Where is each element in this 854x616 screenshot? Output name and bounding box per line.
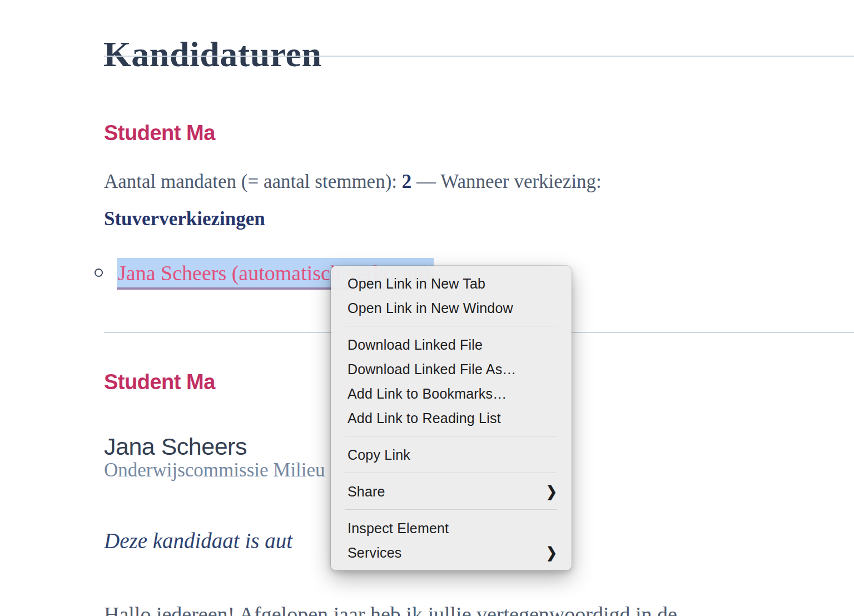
menu-separator xyxy=(345,326,557,326)
menu-item-label: Open Link in New Tab xyxy=(347,276,485,292)
section2-heading: Student Ma xyxy=(104,370,215,394)
section1-heading: Student Ma xyxy=(104,121,215,145)
menu-separator xyxy=(345,509,557,510)
list-bullet-icon xyxy=(95,269,103,277)
menu-item-services[interactable]: Services ❯ xyxy=(331,540,572,565)
menu-item-share[interactable]: Share ❯ xyxy=(331,479,572,504)
menu-item-label: Share xyxy=(347,484,385,500)
menu-item-label: Copy Link xyxy=(347,447,410,463)
menu-item-open-link-new-tab[interactable]: Open Link in New Tab xyxy=(331,271,572,296)
election-name: Stuververkiezingen xyxy=(104,208,265,230)
candidate-italic-note: Deze kandidaat is aut xyxy=(104,528,292,553)
menu-item-copy-link[interactable]: Copy Link xyxy=(331,443,572,467)
menu-item-label: Add Link to Bookmarks… xyxy=(347,386,507,402)
chevron-right-icon: ❯ xyxy=(546,544,557,562)
menu-item-label: Inspect Element xyxy=(347,520,449,536)
menu-item-download-linked-file[interactable]: Download Linked File xyxy=(331,332,572,357)
mandates-text-mid: — Wanneer verkiezing: xyxy=(411,171,602,192)
menu-item-open-link-new-window[interactable]: Open Link in New Window xyxy=(331,296,572,320)
title-divider xyxy=(104,56,854,57)
menu-item-label: Download Linked File xyxy=(347,337,483,353)
menu-item-inspect-element[interactable]: Inspect Element xyxy=(331,516,572,540)
mandates-text-pre: Aantal mandaten (= aantal stemmen): xyxy=(104,171,402,192)
menu-item-label: Add Link to Reading List xyxy=(347,410,501,426)
mandates-paragraph: Aantal mandaten (= aantal stemmen): 2 — … xyxy=(104,163,843,237)
menu-item-label: Download Linked File As… xyxy=(347,361,517,377)
menu-item-add-link-to-reading-list[interactable]: Add Link to Reading List xyxy=(331,406,572,430)
menu-item-add-link-to-bookmarks[interactable]: Add Link to Bookmarks… xyxy=(331,381,572,406)
context-menu: Open Link in New Tab Open Link in New Wi… xyxy=(331,266,572,570)
menu-separator xyxy=(345,436,557,436)
menu-item-label: Open Link in New Window xyxy=(347,300,513,316)
chevron-right-icon: ❯ xyxy=(546,483,557,500)
candidate-paragraph: Hallo iedereen! Afgelopen jaar heb ik ju… xyxy=(104,602,843,616)
mandates-count: 2 xyxy=(402,171,412,192)
page-title: Kandidaturen xyxy=(103,34,322,75)
candidate-subtitle: Onderwijscommissie Milieu xyxy=(104,459,325,481)
menu-item-label: Services xyxy=(347,545,401,561)
menu-item-download-linked-file-as[interactable]: Download Linked File As… xyxy=(331,357,572,381)
candidate-name-heading: Jana Scheers xyxy=(104,433,247,460)
menu-separator xyxy=(345,473,557,473)
